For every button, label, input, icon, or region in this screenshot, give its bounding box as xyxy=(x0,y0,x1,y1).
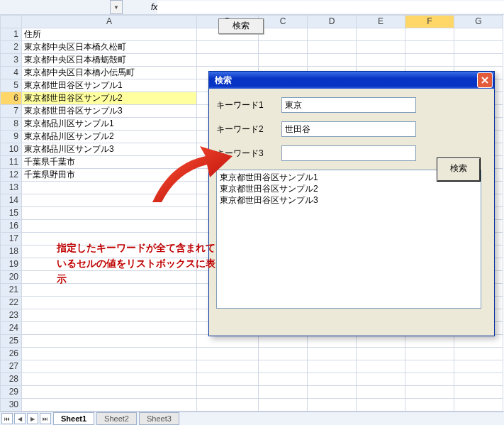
tab-nav-prev-icon[interactable]: ◀ xyxy=(14,413,26,424)
row-header[interactable]: 23 xyxy=(1,309,22,322)
row-header[interactable]: 8 xyxy=(1,118,22,131)
cell[interactable] xyxy=(259,54,308,67)
cell[interactable] xyxy=(357,360,405,373)
cell[interactable] xyxy=(308,335,357,348)
cell[interactable] xyxy=(308,28,357,41)
cell[interactable] xyxy=(454,399,503,412)
cell[interactable]: 東京都品川区サンプル2 xyxy=(22,131,197,143)
row-header[interactable]: 30 xyxy=(1,399,22,412)
cell[interactable] xyxy=(197,348,259,360)
cell[interactable] xyxy=(357,41,405,54)
row-header[interactable]: 25 xyxy=(1,335,22,348)
row-header[interactable]: 1 xyxy=(1,28,22,41)
tab-nav-last-icon[interactable]: ⏭ xyxy=(40,413,51,424)
cell[interactable] xyxy=(22,194,197,207)
cell[interactable]: 東京都品川区サンプル1 xyxy=(22,118,197,131)
cell[interactable] xyxy=(357,386,405,399)
column-header[interactable]: E xyxy=(357,16,405,28)
row-header[interactable]: 12 xyxy=(1,169,22,182)
cell[interactable] xyxy=(259,335,308,348)
row-header[interactable]: 4 xyxy=(1,67,22,79)
cell[interactable] xyxy=(405,335,454,348)
row-header[interactable]: 24 xyxy=(1,322,22,335)
keyword2-input[interactable] xyxy=(281,121,416,137)
cell[interactable] xyxy=(22,297,197,309)
cell[interactable]: 千葉県野田市 xyxy=(22,169,197,182)
row-header[interactable]: 5 xyxy=(1,79,22,92)
row-header[interactable]: 19 xyxy=(1,258,22,271)
row-header[interactable]: 11 xyxy=(1,156,22,169)
cell[interactable] xyxy=(22,386,197,399)
row-header[interactable]: 29 xyxy=(1,386,22,399)
cell[interactable] xyxy=(22,335,197,348)
cell[interactable]: 住所 xyxy=(22,28,197,41)
sheet-tab[interactable]: Sheet3 xyxy=(139,412,179,425)
row-header[interactable]: 27 xyxy=(1,360,22,373)
keyword1-input[interactable] xyxy=(281,97,416,113)
cell[interactable] xyxy=(259,28,308,41)
row-header[interactable]: 2 xyxy=(1,41,22,54)
results-listbox[interactable]: 東京都世田谷区サンプル1東京都世田谷区サンプル2東京都世田谷区サンプル3 xyxy=(216,170,481,309)
cell[interactable] xyxy=(259,360,308,373)
cell[interactable] xyxy=(357,373,405,386)
list-item[interactable]: 東京都世田谷区サンプル3 xyxy=(220,194,478,206)
cell[interactable] xyxy=(357,348,405,360)
close-icon[interactable] xyxy=(477,72,493,88)
cell[interactable] xyxy=(454,28,503,41)
row-header[interactable]: 21 xyxy=(1,284,22,297)
cell[interactable] xyxy=(22,182,197,194)
cell[interactable] xyxy=(405,399,454,412)
column-header[interactable]: G xyxy=(454,16,503,28)
cell[interactable]: 東京都中央区日本橋小伝馬町 xyxy=(22,67,197,79)
cell[interactable] xyxy=(357,28,405,41)
cell[interactable] xyxy=(308,41,357,54)
column-header[interactable]: F xyxy=(405,16,454,28)
row-header[interactable]: 18 xyxy=(1,245,22,258)
cell[interactable] xyxy=(454,54,503,67)
cell[interactable] xyxy=(22,322,197,335)
cell[interactable] xyxy=(454,373,503,386)
tab-nav-next-icon[interactable]: ▶ xyxy=(27,413,38,424)
cell[interactable]: 東京都世田谷区サンプル1 xyxy=(22,79,197,92)
cell[interactable] xyxy=(22,360,197,373)
formula-input[interactable] xyxy=(157,1,504,13)
row-header[interactable]: 9 xyxy=(1,131,22,143)
row-header[interactable]: 3 xyxy=(1,54,22,67)
cell[interactable] xyxy=(405,41,454,54)
cell[interactable] xyxy=(197,54,259,67)
row-header[interactable]: 15 xyxy=(1,207,22,220)
cell[interactable] xyxy=(405,386,454,399)
cell[interactable] xyxy=(197,335,259,348)
column-header[interactable]: D xyxy=(308,16,357,28)
cell[interactable] xyxy=(405,360,454,373)
cell[interactable] xyxy=(197,41,259,54)
row-header[interactable]: 28 xyxy=(1,373,22,386)
column-header[interactable]: A xyxy=(22,16,197,28)
cell[interactable] xyxy=(357,335,405,348)
cell[interactable] xyxy=(357,399,405,412)
cell[interactable]: 東京都世田谷区サンプル3 xyxy=(22,105,197,118)
cell[interactable] xyxy=(454,360,503,373)
cell[interactable] xyxy=(259,41,308,54)
cell[interactable] xyxy=(259,373,308,386)
cell[interactable] xyxy=(405,54,454,67)
row-header[interactable]: 13 xyxy=(1,182,22,194)
cell[interactable] xyxy=(454,335,503,348)
cell[interactable] xyxy=(259,399,308,412)
cell[interactable] xyxy=(22,348,197,360)
row-header[interactable]: 26 xyxy=(1,348,22,360)
cell[interactable] xyxy=(454,386,503,399)
column-header[interactable]: C xyxy=(259,16,308,28)
cell[interactable] xyxy=(308,360,357,373)
cell[interactable] xyxy=(197,373,259,386)
sheet-tab[interactable]: Sheet2 xyxy=(96,412,137,425)
cell[interactable]: 東京都品川区サンプル3 xyxy=(22,143,197,156)
cell[interactable] xyxy=(308,348,357,360)
row-header[interactable]: 22 xyxy=(1,297,22,309)
select-all-cell[interactable] xyxy=(1,16,22,28)
cell[interactable] xyxy=(308,373,357,386)
cell[interactable] xyxy=(22,207,197,220)
cell[interactable] xyxy=(308,399,357,412)
cell[interactable]: 千葉県千葉市 xyxy=(22,156,197,169)
row-header[interactable]: 16 xyxy=(1,220,22,233)
